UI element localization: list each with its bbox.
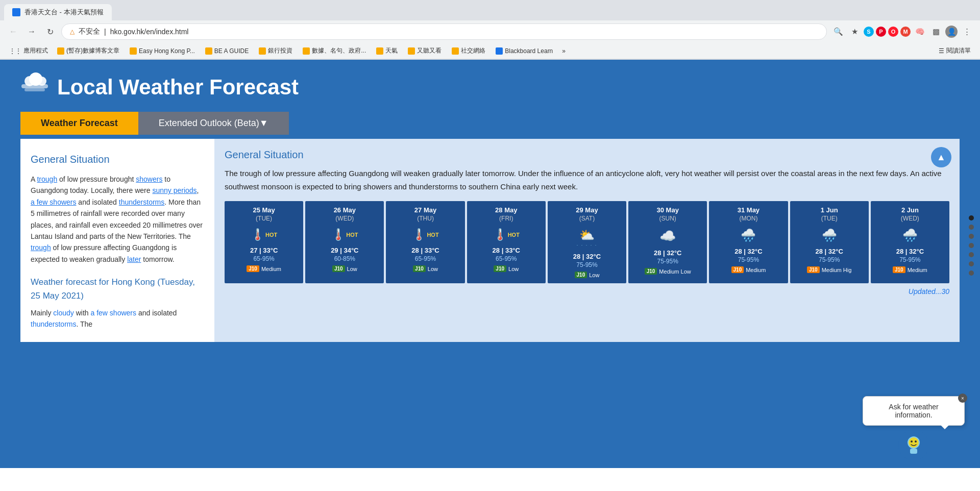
- search-button[interactable]: 🔍: [831, 24, 845, 39]
- chatbot-bubble: Ask for weather information. ×: [863, 396, 965, 426]
- left-cloudy-link[interactable]: cloudy: [53, 309, 74, 317]
- day-temp: 28 | 33°C: [493, 247, 520, 254]
- bookmark-label-4: 銀行投資: [268, 46, 292, 55]
- bookmarks-more-button[interactable]: »: [559, 46, 569, 56]
- day-label: (SAT): [579, 215, 595, 222]
- forecast-day-25-May[interactable]: 25 May (TUE) 🌡️ HOT 27 | 33°C 65-95% J10…: [225, 201, 303, 283]
- apps-button[interactable]: ⋮⋮ 應用程式: [6, 45, 51, 56]
- forward-button[interactable]: →: [24, 24, 39, 39]
- right-general-title: General Situation: [225, 149, 949, 161]
- bookmark-item-8[interactable]: 社交網絡: [448, 45, 489, 56]
- forecast-day-31-May[interactable]: 31 May (MON) 🌧️ 28 | 32°C 75-95% J10 Med…: [709, 201, 788, 283]
- bookmark-favicon-2: [130, 47, 137, 55]
- day-temp: 28 | 33°C: [411, 247, 439, 254]
- security-icon: △: [70, 28, 75, 35]
- left-few-showers-link[interactable]: a few showers: [31, 198, 76, 206]
- left-forecast-para: Mainly cloudy with a few showers and iso…: [31, 307, 204, 330]
- day-uv: J10 Low: [575, 272, 600, 278]
- left-sunny-link[interactable]: sunny periods: [152, 186, 197, 194]
- tab-extended-outlook[interactable]: Extended Outlook (Beta)▼: [138, 112, 289, 135]
- profile-avatar[interactable]: 👤: [945, 26, 958, 38]
- bookmark-item-1[interactable]: (暫存)數據博客文章: [53, 45, 124, 56]
- browser-chrome: 香港天文台 - 本港天氣預報 ← → ↻ △ 不安全 | hko.gov.hk/…: [0, 0, 980, 60]
- left-forecast-text: Mainly: [31, 309, 53, 317]
- svg-point-8: [911, 440, 913, 443]
- forecast-day-30-May[interactable]: 30 May (SUN) ☁️ 28 | 32°C 75-95% J10 Med…: [628, 201, 707, 283]
- nav-dot-4[interactable]: [969, 243, 974, 248]
- day-uv: J10 Medium: [731, 266, 766, 273]
- chatbot-avatar[interactable]: [898, 430, 929, 460]
- chatbot-container: Ask for weather information. ×: [863, 396, 965, 460]
- day-date: 29 May: [576, 206, 598, 214]
- day-humidity: 75-95%: [899, 256, 920, 263]
- left-trough-link2[interactable]: trough: [31, 243, 51, 252]
- refresh-button[interactable]: ↻: [43, 24, 57, 39]
- day-label: (TUE): [821, 215, 838, 222]
- forecast-day-1-Jun[interactable]: 1 Jun (TUE) 🌧️ 28 | 32°C 75-95% J10 Medi…: [790, 201, 869, 283]
- forecast-day-2-Jun[interactable]: 2 Jun (WED) 🌧️ 28 | 32°C 75-95% J10 Medi…: [871, 201, 949, 283]
- gmail-icon[interactable]: M: [900, 27, 911, 37]
- bookmarks-bar: ⋮⋮ 應用程式 (暫存)數據博客文章 Easy Hong Kong P... B…: [0, 43, 980, 59]
- browser-tab-active[interactable]: 香港天文台 - 本港天氣預報: [4, 4, 112, 20]
- nav-dot-2[interactable]: [969, 225, 974, 230]
- svg-rect-1: [24, 88, 45, 91]
- browser-tabs-bar: 香港天文台 - 本港天氣預報: [0, 0, 980, 20]
- day-icon: 🌡️ HOT: [331, 228, 358, 241]
- day-icon: ☁️: [659, 228, 676, 244]
- pinterest-icon[interactable]: P: [876, 27, 886, 37]
- day-date: 28 May: [495, 206, 517, 214]
- extensions-button[interactable]: 🧠: [913, 24, 927, 39]
- nav-dot-6[interactable]: [969, 261, 974, 266]
- nav-dot-3[interactable]: [969, 234, 974, 239]
- left-later-link[interactable]: later: [127, 255, 141, 263]
- left-thunderstorms-link[interactable]: thunderstorms: [119, 198, 164, 206]
- left-showers-link[interactable]: showers: [136, 175, 162, 183]
- bookmark-item-4[interactable]: 銀行投資: [255, 45, 297, 56]
- day-icon: 🌧️: [741, 228, 756, 242]
- bookmark-favicon-5: [303, 47, 310, 55]
- day-uv: J10 Medium Hig: [807, 266, 851, 273]
- forecast-day-28-May[interactable]: 28 May (FRI) 🌡️ HOT 28 | 33°C 65-95% J10…: [467, 201, 546, 283]
- bookmark-blackboard[interactable]: Blackboard Learn: [492, 46, 557, 56]
- menu-button[interactable]: ⋮: [960, 24, 974, 39]
- left-thunderstorms-link2[interactable]: thunderstorms: [31, 320, 76, 328]
- uv-badge: J10: [645, 268, 657, 275]
- bookmark-item-6[interactable]: 天氣: [372, 45, 402, 56]
- day-label: (MON): [739, 215, 757, 222]
- forecast-day-26-May[interactable]: 26 May (WED) 🌡️ HOT 29 | 34°C 60-85% J10…: [305, 201, 384, 283]
- tab-title: 香港天文台 - 本港天氣預報: [24, 8, 104, 17]
- chatbot-close-button[interactable]: ×: [958, 394, 967, 403]
- left-para-after-trough: of low pressure brought: [57, 175, 136, 183]
- left-few-showers-link2[interactable]: a few showers: [91, 309, 136, 317]
- updated-text: Updated...30: [225, 287, 949, 296]
- scroll-up-arrow[interactable]: ▲: [931, 147, 951, 167]
- nav-dot-1[interactable]: [969, 215, 974, 220]
- skype-icon[interactable]: S: [864, 27, 874, 37]
- left-para-end: tomorrow.: [141, 255, 174, 263]
- day-humidity: 65-95%: [415, 255, 436, 262]
- nav-dot-5[interactable]: [969, 252, 974, 257]
- back-button[interactable]: ←: [6, 24, 20, 39]
- left-trough-link[interactable]: trough: [37, 175, 57, 183]
- uv-level: Medium Low: [659, 268, 691, 275]
- bookmark-button[interactable]: ★: [847, 24, 862, 39]
- bookmark-item-7[interactable]: 又聽又看: [404, 45, 446, 56]
- bookmark-item-5[interactable]: 數據、名句、政府...: [299, 45, 370, 56]
- nav-dot-7[interactable]: [969, 271, 974, 276]
- url-warning: 不安全: [79, 27, 100, 36]
- weather-logo-icon: [20, 70, 49, 104]
- forecast-day-29-May[interactable]: 29 May (SAT) ⛅ · · · · · 28 | 32°C 75-95…: [548, 201, 626, 283]
- day-label: (THU): [417, 215, 434, 222]
- day-icon: 🌧️: [822, 228, 837, 242]
- forecast-day-27-May[interactable]: 27 May (THU) 🌡️ HOT 28 | 33°C 65-95% J10…: [386, 201, 464, 283]
- opera-icon[interactable]: O: [888, 27, 898, 37]
- page-header: Local Weather Forecast: [0, 60, 980, 112]
- browser-nav-icons: 🔍 ★ S P O M 🧠 ▩ 👤 ⋮: [831, 24, 974, 39]
- address-bar[interactable]: △ 不安全 | hko.gov.hk/en/index.html: [61, 23, 827, 40]
- reading-list-button[interactable]: ☰ 閱讀清單: [936, 45, 974, 56]
- bookmark-label-6: 天氣: [385, 46, 398, 55]
- cast-button[interactable]: ▩: [929, 24, 943, 39]
- bookmark-item-2[interactable]: Easy Hong Kong P...: [126, 46, 199, 56]
- tab-weather-forecast[interactable]: Weather Forecast: [20, 112, 138, 135]
- bookmark-item-3[interactable]: BE A GUIDE: [201, 46, 253, 56]
